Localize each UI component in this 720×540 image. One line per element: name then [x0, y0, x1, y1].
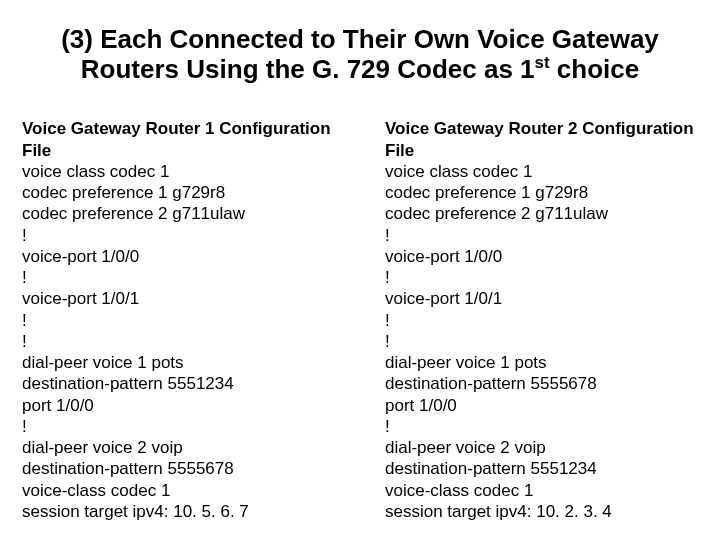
- config-line: !: [385, 225, 698, 246]
- config-line: !: [22, 331, 335, 352]
- config-line: !: [22, 310, 335, 331]
- config-line: port 1/0/0: [385, 395, 698, 416]
- config-line: dial-peer voice 2 voip: [22, 437, 335, 458]
- router2-config: voice class codec 1codec preference 1 g7…: [385, 161, 698, 522]
- config-line: !: [385, 267, 698, 288]
- config-line: codec preference 1 g729r8: [22, 182, 335, 203]
- config-line: voice-port 1/0/1: [385, 288, 698, 309]
- config-line: !: [22, 267, 335, 288]
- config-line: voice class codec 1: [22, 161, 335, 182]
- config-line: !: [385, 416, 698, 437]
- slide: (3) Each Connected to Their Own Voice Ga…: [0, 0, 720, 540]
- config-line: codec preference 2 g711ulaw: [22, 203, 335, 224]
- config-line: !: [385, 310, 698, 331]
- config-line: !: [22, 225, 335, 246]
- router1-column: Voice Gateway Router 1 Configuration Fil…: [22, 118, 335, 522]
- config-line: dial-peer voice 2 voip: [385, 437, 698, 458]
- config-line: !: [385, 331, 698, 352]
- config-line: codec preference 2 g711ulaw: [385, 203, 698, 224]
- config-line: destination-pattern 5555678: [385, 373, 698, 394]
- config-line: voice-class codec 1: [385, 480, 698, 501]
- config-line: codec preference 1 g729r8: [385, 182, 698, 203]
- config-line: voice class codec 1: [385, 161, 698, 182]
- config-line: session target ipv4: 10. 2. 3. 4: [385, 501, 698, 522]
- router1-header: Voice Gateway Router 1 Configuration Fil…: [22, 118, 335, 161]
- config-line: voice-port 1/0/1: [22, 288, 335, 309]
- config-line: destination-pattern 5551234: [385, 458, 698, 479]
- config-line: dial-peer voice 1 pots: [22, 352, 335, 373]
- config-line: destination-pattern 5551234: [22, 373, 335, 394]
- config-line: dial-peer voice 1 pots: [385, 352, 698, 373]
- config-line: !: [22, 416, 335, 437]
- config-line: session target ipv4: 10. 5. 6. 7: [22, 501, 335, 522]
- router2-header: Voice Gateway Router 2 Configuration Fil…: [385, 118, 698, 161]
- router2-column: Voice Gateway Router 2 Configuration Fil…: [385, 118, 698, 522]
- config-line: voice-port 1/0/0: [385, 246, 698, 267]
- config-columns: Voice Gateway Router 1 Configuration Fil…: [20, 118, 700, 522]
- config-line: destination-pattern 5555678: [22, 458, 335, 479]
- config-line: voice-class codec 1: [22, 480, 335, 501]
- router1-config: voice class codec 1codec preference 1 g7…: [22, 161, 335, 522]
- slide-title: (3) Each Connected to Their Own Voice Ga…: [50, 24, 670, 84]
- config-line: port 1/0/0: [22, 395, 335, 416]
- config-line: voice-port 1/0/0: [22, 246, 335, 267]
